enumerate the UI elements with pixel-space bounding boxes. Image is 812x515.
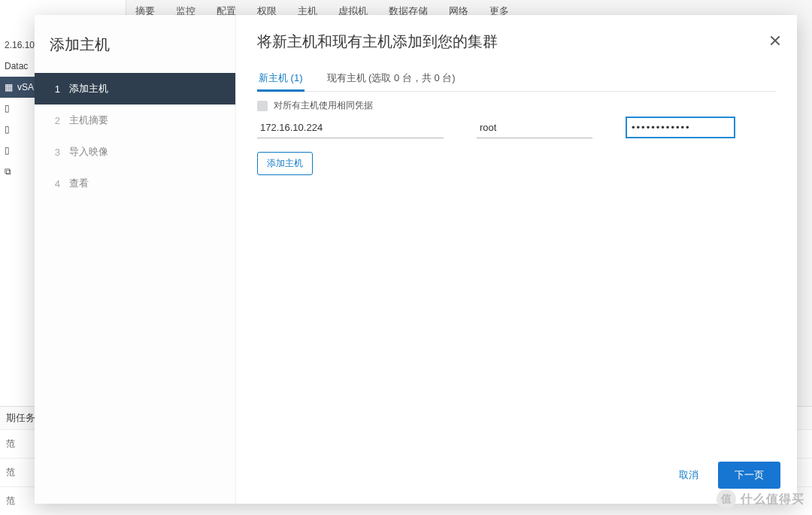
cancel-button[interactable]: 取消 — [673, 462, 704, 488]
host-password-input[interactable] — [626, 117, 735, 138]
host-tabs: 新主机 (1) 现有主机 (选取 0 台，共 0 台) — [257, 67, 776, 92]
wizard-footer: 取消 下一页 — [236, 450, 797, 504]
wizard-sidebar-title: 添加主机 — [35, 15, 235, 73]
host-ip-input[interactable] — [257, 117, 444, 138]
tab-existing-hosts[interactable]: 现有主机 (选取 0 台，共 0 台) — [326, 67, 457, 91]
close-icon[interactable] — [767, 33, 783, 50]
add-host-button[interactable]: 添加主机 — [257, 152, 313, 175]
same-credentials-label: 对所有主机使用相同凭据 — [274, 99, 373, 112]
checkbox-icon — [257, 101, 268, 111]
same-credentials-toggle[interactable]: 对所有主机使用相同凭据 — [257, 99, 776, 112]
wizard-step-review[interactable]: 4 查看 — [35, 168, 235, 199]
wizard-title: 将新主机和现有主机添加到您的集群 — [236, 15, 797, 67]
tab-new-hosts[interactable]: 新主机 (1) — [257, 67, 304, 91]
add-hosts-wizard: 添加主机 1 添加主机 2 主机摘要 3 导入映像 4 查看 将新主机和现有主机… — [35, 15, 797, 504]
next-button[interactable]: 下一页 — [718, 462, 780, 489]
step-label: 主机摘要 — [69, 114, 108, 127]
wizard-sidebar: 添加主机 1 添加主机 2 主机摘要 3 导入映像 4 查看 — [35, 15, 236, 504]
step-label: 查看 — [69, 177, 89, 190]
step-label: 添加主机 — [69, 82, 108, 95]
step-label: 导入映像 — [69, 145, 108, 159]
host-username-input[interactable] — [477, 117, 592, 138]
host-row — [257, 117, 776, 138]
wizard-step-import-image[interactable]: 3 导入映像 — [35, 136, 235, 168]
wizard-step-add-hosts[interactable]: 1 添加主机 — [35, 73, 235, 105]
wizard-main: 将新主机和现有主机添加到您的集群 新主机 (1) 现有主机 (选取 0 台，共 … — [236, 15, 797, 504]
wizard-step-host-summary[interactable]: 2 主机摘要 — [35, 105, 235, 136]
